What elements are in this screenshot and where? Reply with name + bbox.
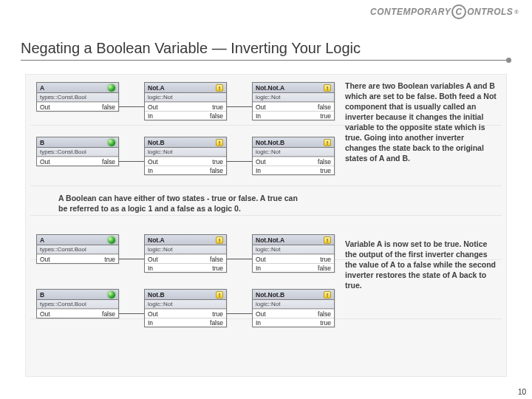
pin-value: true	[212, 158, 223, 165]
pin-label: In	[148, 319, 153, 326]
block-not-a-bottom: Not.A! logic::Not Outfalse Intrue	[144, 234, 227, 273]
block-notnot-a-top: Not.Not.A! logic::Not Outfalse Intrue	[252, 82, 335, 120]
slide-title: Negating a Boolean Variable — Inverting …	[21, 40, 511, 61]
pin-label: In	[148, 167, 153, 174]
pin-label: Out	[148, 158, 158, 165]
block-type: logic::Not	[253, 93, 334, 102]
block-not-b-bottom: Not.B! logic::Not Outtrue Infalse	[144, 289, 227, 327]
wire	[119, 313, 144, 314]
pin-value: false	[102, 158, 115, 165]
block-title: Not.B	[148, 291, 165, 299]
pin-value: false	[102, 103, 115, 110]
warn-icon: !	[216, 236, 223, 244]
wire	[119, 259, 144, 259]
registered-mark: ®	[514, 10, 519, 15]
status-led-icon	[108, 84, 115, 92]
block-title: Not.A	[148, 84, 165, 92]
block-title: Not.Not.A	[256, 236, 284, 244]
pin-label: Out	[40, 310, 50, 317]
pin-label: Out	[256, 256, 266, 262]
block-type: logic::Not	[253, 148, 334, 157]
pin-value: false	[318, 103, 331, 110]
brand-ring-c: C	[451, 4, 466, 19]
pin-label: Out	[148, 103, 158, 110]
block-b-top: B types::Const.Bool Outfalse	[36, 137, 119, 166]
block-title: Not.Not.B	[256, 291, 284, 299]
block-a-bottom: A types::Const.Bool Outtrue	[36, 234, 119, 264]
warn-icon: !	[324, 236, 331, 244]
brand-right: ONTROLS	[467, 7, 513, 17]
warn-icon: !	[324, 291, 331, 299]
pin-value: false	[210, 167, 223, 174]
block-type: logic::Not	[145, 93, 226, 102]
wire	[227, 106, 252, 107]
pin-label: In	[148, 265, 153, 271]
status-led-icon	[108, 139, 115, 146]
block-a-top: A types::Const.Bool Outfalse	[36, 82, 119, 112]
diagram-canvas: A types::Const.Bool Outfalse Not.A! logi…	[25, 74, 507, 377]
block-title: Not.B	[148, 139, 165, 146]
pin-value: false	[318, 265, 331, 271]
pin-label: In	[256, 167, 261, 174]
pin-label: Out	[148, 310, 158, 317]
block-title: B	[40, 291, 44, 299]
pin-value: true	[320, 256, 331, 262]
explain-middle: A Boolean can have either of two states …	[58, 193, 302, 214]
block-title: Not.Not.A	[256, 84, 284, 92]
wire	[119, 161, 144, 162]
block-b-bottom: B types::Const.Bool Outfalse	[36, 289, 119, 318]
pin-label: In	[256, 112, 261, 119]
pin-label: Out	[40, 103, 50, 110]
block-type: logic::Not	[145, 300, 226, 309]
pin-label: Out	[256, 103, 266, 110]
block-title: Not.A	[148, 236, 165, 244]
pin-label: Out	[148, 256, 158, 262]
block-type: logic::Not	[253, 245, 334, 254]
pin-label: In	[256, 265, 261, 271]
explain-bottom: Variable A is now set to be true. Notice…	[345, 239, 497, 290]
pin-label: Out	[40, 256, 50, 262]
pin-label: Out	[256, 158, 266, 165]
pin-value: false	[210, 319, 223, 326]
wire	[119, 106, 144, 107]
pin-value: false	[210, 112, 223, 119]
pin-value: true	[104, 256, 115, 262]
status-led-icon	[108, 236, 115, 244]
block-not-b-top: Not.B! logic::Not Outtrue Infalse	[144, 137, 227, 175]
explain-top: There are two Boolean variables A and B …	[345, 81, 497, 163]
block-notnot-a-bottom: Not.Not.A! logic::Not Outtrue Infalse	[252, 234, 335, 273]
warn-icon: !	[324, 139, 331, 146]
pin-value: false	[318, 310, 331, 317]
block-type: types::Const.Bool	[37, 93, 118, 102]
pin-label: Out	[256, 310, 266, 317]
pin-value: true	[212, 265, 223, 271]
block-title: Not.Not.B	[256, 139, 284, 146]
pin-value: true	[320, 167, 331, 174]
block-type: logic::Not	[145, 148, 226, 157]
pin-label: In	[256, 319, 261, 326]
pin-label: Out	[40, 158, 50, 165]
block-not-a-top: Not.A! logic::Not Outtrue Infalse	[144, 82, 227, 120]
block-type: logic::Not	[145, 245, 226, 254]
brand-left: CONTEMPORARY	[370, 7, 451, 17]
block-notnot-b-top: Not.Not.B! logic::Not Outfalse Intrue	[252, 137, 335, 175]
block-type: types::Const.Bool	[37, 245, 118, 254]
block-type: logic::Not	[253, 300, 334, 309]
block-type: types::Const.Bool	[37, 300, 118, 309]
warn-icon: !	[216, 139, 223, 146]
wire	[227, 313, 252, 314]
wire	[227, 259, 252, 259]
page-number: 10	[518, 388, 526, 396]
pin-value: true	[320, 319, 331, 326]
pin-value: false	[318, 158, 331, 165]
pin-value: true	[212, 103, 223, 110]
block-type: types::Const.Bool	[37, 148, 118, 157]
block-title: A	[40, 236, 44, 244]
pin-value: false	[102, 310, 115, 317]
block-notnot-b-bottom: Not.Not.B! logic::Not Outfalse Intrue	[252, 289, 335, 327]
warn-icon: !	[324, 84, 331, 92]
pin-label: In	[148, 112, 153, 119]
pin-value: true	[212, 310, 223, 317]
pin-value: false	[210, 256, 223, 262]
warn-icon: !	[216, 84, 223, 92]
